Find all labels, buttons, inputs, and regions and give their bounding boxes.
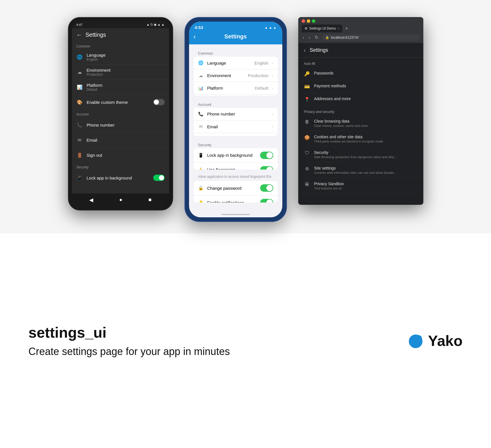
browser-passwords-title: Passwords xyxy=(314,71,418,75)
android-platform-value: Default xyxy=(87,88,165,92)
lock-icon: 📱 xyxy=(76,175,83,181)
browser-item-security[interactable]: 🛡 Security Safe Browsing (protection fro… xyxy=(298,147,423,162)
site-settings-icon: ⚙ xyxy=(304,166,310,172)
browser-section-autofill: Auto-fill xyxy=(298,58,423,67)
ios-section-security: Security xyxy=(194,141,278,148)
android-platform-title: Platform xyxy=(87,83,165,88)
browser-site-settings-title: Site settings xyxy=(314,166,418,170)
ios-row-notifications[interactable]: 🔔 Enable notifications xyxy=(194,195,278,203)
android-nav-recent[interactable]: ■ xyxy=(144,196,156,204)
devices-section: 4:47 ▲ G ◉ ▲ ▲ ← Settings Common 🌐 Langu… xyxy=(0,0,491,233)
browser-forward-btn[interactable]: › xyxy=(308,34,311,41)
brand-name: Yako xyxy=(428,332,463,349)
bottom-left: settings_ui Create settings page for you… xyxy=(28,324,230,358)
ios-row-fingerprint[interactable]: 👆 Use fingerprint xyxy=(194,162,278,170)
app-tagline: Create settings page for your app in min… xyxy=(28,346,230,358)
browser-tab-close-icon[interactable]: × xyxy=(338,27,339,30)
chevron-right-icon5: › xyxy=(272,124,273,129)
ios-lock-toggle[interactable] xyxy=(260,152,273,159)
android-item-signout[interactable]: 🚪 Sign out xyxy=(72,148,169,162)
ios-content: Common 🌐 Language English › ☁ Environmen… xyxy=(189,44,282,212)
ios-phone-icon: 📞 xyxy=(198,112,204,117)
browser-item-privacy-sandbox[interactable]: 🏛 Privacy Sandbox Trial features are on xyxy=(298,178,423,194)
ios-row-environment[interactable]: ☁ Environment Production › xyxy=(194,69,278,82)
ios-notifications-toggle[interactable] xyxy=(260,199,273,203)
browser-url-text: localhost:61237/#/ xyxy=(331,36,359,40)
ios-row-phone[interactable]: 📞 Phone number › xyxy=(194,108,278,120)
android-lock-toggle[interactable] xyxy=(153,175,165,181)
ios-password-toggle[interactable] xyxy=(260,184,273,192)
android-phone: 4:47 ▲ G ◉ ▲ ▲ ← Settings Common 🌐 Langu… xyxy=(68,17,173,210)
svg-point-1 xyxy=(415,335,422,342)
android-nav-bar: ◀ ● ■ xyxy=(72,193,169,207)
android-environment-title: Environment xyxy=(87,68,165,73)
ios-row-theme[interactable]: 🎨 Enable custom theme xyxy=(194,94,278,96)
ios-language-value: English xyxy=(254,61,268,65)
browser-url-box[interactable]: 🔒 localhost:61237/#/ xyxy=(322,34,420,41)
browser-address-bar: ‹ › ↻ 🔒 localhost:61237/#/ xyxy=(302,34,420,41)
ios-header: ‹ Settings xyxy=(189,32,282,44)
browser-site-settings-subtitle: Controls what information sites can use … xyxy=(314,171,418,174)
platform-icon: 📊 xyxy=(76,84,83,90)
ios-card-security: 📱 Lock app in background 👆 Use fingerpri… xyxy=(194,148,278,170)
browser-content: ‹ Settings Auto-fill 🔑 Passwords 💳 Payme… xyxy=(298,43,423,205)
android-item-lock[interactable]: 📱 Lock app in background xyxy=(72,170,169,185)
chevron-right-icon3: › xyxy=(272,86,273,90)
traffic-light-minimize[interactable] xyxy=(307,19,310,23)
ios-environment-icon: ☁ xyxy=(198,73,204,78)
android-item-language[interactable]: 🌐 Language English xyxy=(72,49,169,64)
browser-back-btn[interactable]: ‹ xyxy=(302,34,305,41)
ios-fingerprint-footnote: Allow application to access stored finge… xyxy=(194,174,278,181)
browser-privacy-sandbox-title: Privacy Sandbox xyxy=(314,181,418,186)
ios-platform-label: Platform xyxy=(207,86,252,90)
ios-fingerprint-icon: 👆 xyxy=(198,167,204,170)
browser-settings-back[interactable]: ‹ xyxy=(304,47,306,53)
ios-password-label: Change password xyxy=(207,186,257,191)
ios-environment-value: Production xyxy=(248,73,268,78)
browser-item-site-settings[interactable]: ⚙ Site settings Controls what informatio… xyxy=(298,162,423,178)
browser-clear-data-title: Clear browsing data xyxy=(314,119,418,123)
browser-item-payment[interactable]: 💳 Payment methods xyxy=(298,80,423,93)
browser-tab[interactable]: ⚙ Settings UI Demo × xyxy=(302,24,342,32)
android-time: 4:47 xyxy=(76,23,82,26)
ios-row-password[interactable]: 🔒 Change password xyxy=(194,181,278,195)
ios-fingerprint-toggle[interactable] xyxy=(260,166,273,170)
ios-section-common: Common xyxy=(194,49,278,57)
browser-chrome: ⚙ Settings UI Demo × + ‹ › ↻ 🔒 localhost… xyxy=(298,17,423,43)
ios-row-email[interactable]: ✉ Email › xyxy=(194,120,278,133)
android-nav-back[interactable]: ◀ xyxy=(85,196,98,204)
environment-icon: ☁ xyxy=(76,69,83,75)
browser-settings-title: Settings xyxy=(310,47,328,53)
browser-item-cookies[interactable]: 🍪 Cookies and other site data Third-part… xyxy=(298,131,423,147)
browser-new-tab-icon[interactable]: + xyxy=(343,26,350,32)
android-back-icon[interactable]: ← xyxy=(76,32,82,38)
android-signout-title: Sign out xyxy=(87,153,165,158)
android-section-account: Account xyxy=(72,110,169,117)
traffic-light-close[interactable] xyxy=(302,19,305,23)
ios-status-bar: 4:53 ▲ ▲ ▲ xyxy=(189,22,282,32)
ios-status-icons: ▲ ▲ ▲ xyxy=(264,26,276,30)
browser-item-clear-data[interactable]: 🗑 Clear browsing data Clear history, coo… xyxy=(298,115,423,131)
ios-row-language[interactable]: 🌐 Language English › xyxy=(194,57,278,69)
browser-item-passwords[interactable]: 🔑 Passwords xyxy=(298,67,423,80)
browser-reload-btn[interactable]: ↻ xyxy=(314,34,320,41)
traffic-light-maximize[interactable] xyxy=(312,19,315,23)
android-item-custom-theme[interactable]: 🎨 Enable custom theme xyxy=(72,95,169,110)
browser-item-addresses[interactable]: 📍 Addresses and more xyxy=(298,93,423,106)
ios-row-signout[interactable]: 🚪 Sign out › xyxy=(194,133,278,136)
browser-cookies-subtitle: Third-party cookies are blocked in Incog… xyxy=(314,140,418,143)
android-item-platform[interactable]: 📊 Platform Default xyxy=(72,80,169,94)
android-item-phone[interactable]: 📞 Phone number xyxy=(72,117,169,132)
ios-row-platform[interactable]: 📊 Platform Default › xyxy=(194,82,278,94)
ios-card-password: 🔒 Change password 🔔 Enable notifications xyxy=(194,181,278,203)
android-status-bar: 4:47 ▲ G ◉ ▲ ▲ xyxy=(72,21,169,28)
browser-security-title: Security xyxy=(314,150,418,155)
ios-back-icon[interactable]: ‹ xyxy=(194,33,196,41)
ios-row-lock[interactable]: 📱 Lock app in background xyxy=(194,148,278,162)
android-language-title: Language xyxy=(87,53,165,57)
android-item-environment[interactable]: ☁ Environment Production xyxy=(72,65,169,79)
android-theme-toggle[interactable] xyxy=(153,99,165,105)
android-nav-home[interactable]: ● xyxy=(115,196,127,204)
android-item-email[interactable]: ✉ Email xyxy=(72,133,169,147)
android-language-value: English xyxy=(87,57,165,61)
